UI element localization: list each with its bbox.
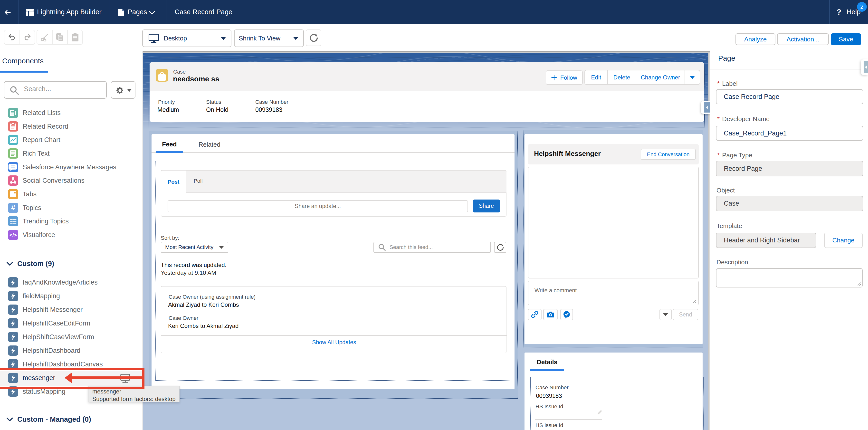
svg-text:</>: </> bbox=[9, 232, 17, 238]
svg-text:#: # bbox=[11, 204, 16, 212]
